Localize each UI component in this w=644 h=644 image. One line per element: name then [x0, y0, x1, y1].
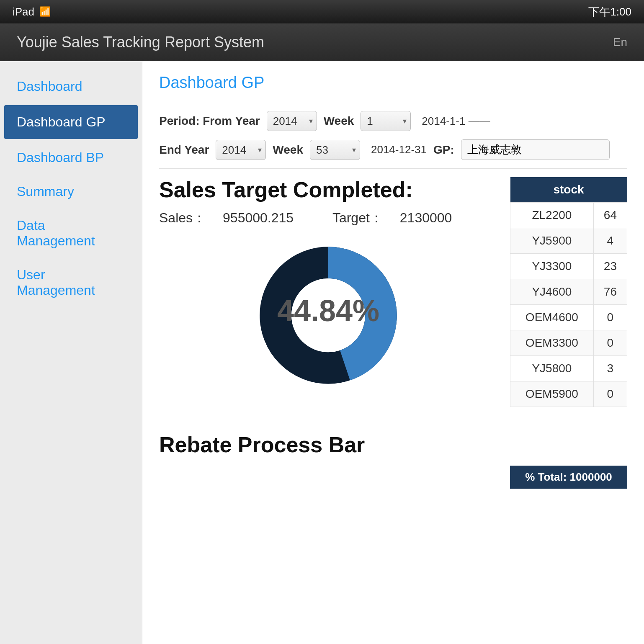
- end-week-label: Week: [273, 143, 303, 157]
- from-week-wrapper: 1 2 3 ▾: [361, 111, 411, 131]
- stock-table: stock ZL220064YJ59004YJ330023YJ460076OEM…: [510, 177, 627, 407]
- sidebar-item-data-management[interactable]: Data Management: [0, 209, 142, 258]
- sidebar-item-dashboard-bp[interactable]: Dashboard BP: [0, 141, 142, 175]
- content-area: Dashboard GP Period: From Year 2014 2013…: [142, 61, 644, 644]
- donut-percentage-text: 44.84%: [277, 294, 379, 327]
- sales-target-title: Sales Target Completed:: [159, 177, 497, 202]
- stock-name: OEM3300: [510, 330, 594, 356]
- stock-value: 3: [593, 356, 627, 381]
- stock-table-row: YJ59004: [510, 228, 627, 254]
- end-year-select[interactable]: 2014 2013 2015: [216, 140, 266, 160]
- stock-name: YJ5800: [510, 356, 594, 381]
- stock-name: OEM4600: [510, 305, 594, 330]
- from-label: Period: From Year: [159, 114, 260, 128]
- sales-label: Sales：: [159, 210, 206, 225]
- sales-section: Sales Target Completed: Sales：955000.215…: [159, 177, 627, 407]
- stock-name: OEM5900: [510, 381, 594, 407]
- period-row-1: Period: From Year 2014 2013 2015 ▾ Week …: [159, 111, 627, 131]
- sales-stats: Sales：955000.215 Target：2130000: [159, 209, 497, 227]
- stock-value: 4: [593, 228, 627, 254]
- stock-name: YJ4600: [510, 279, 594, 305]
- language-toggle[interactable]: En: [613, 36, 627, 49]
- period-row-2: End Year 2014 2013 2015 ▾ Week 53 52 51 …: [159, 139, 627, 160]
- stock-name: YJ3300: [510, 254, 594, 279]
- main-layout: Dashboard Dashboard GP Dashboard BP Summ…: [0, 61, 644, 644]
- device-label: iPad: [13, 5, 34, 18]
- gp-label: GP:: [433, 143, 454, 157]
- divider: [159, 168, 627, 169]
- sales-value: 955000.215: [223, 210, 294, 225]
- donut-chart-container: 44.84%: [159, 240, 497, 391]
- stock-table-row: OEM46000: [510, 305, 627, 330]
- rebate-table: % Total: 1000000: [510, 466, 627, 489]
- stock-value: 0: [593, 330, 627, 356]
- sidebar: Dashboard Dashboard GP Dashboard BP Summ…: [0, 61, 142, 644]
- from-week-label: Week: [324, 114, 354, 128]
- stock-table-row: OEM59000: [510, 381, 627, 407]
- rebate-table-header: % Total: 1000000: [510, 466, 627, 489]
- page-title: Dashboard GP: [159, 74, 627, 98]
- from-year-select[interactable]: 2014 2013 2015: [267, 111, 317, 131]
- stock-table-row: YJ330023: [510, 254, 627, 279]
- target-label: Target：: [332, 210, 383, 225]
- end-year-wrapper: 2014 2013 2015 ▾: [216, 140, 266, 160]
- from-week-select[interactable]: 1 2 3: [361, 111, 411, 131]
- end-year-label: End Year: [159, 143, 209, 157]
- stock-table-header: stock: [510, 177, 627, 203]
- stock-value: 0: [593, 381, 627, 407]
- end-week-wrapper: 53 52 51 ▾: [310, 140, 360, 160]
- sidebar-item-summary[interactable]: Summary: [0, 175, 142, 209]
- gp-input[interactable]: [461, 139, 610, 160]
- from-date-display: 2014-1-1 ——: [422, 115, 490, 128]
- app-header: Youjie Sales Tracking Report System En: [0, 23, 644, 61]
- rebate-title: Rebate Process Bar: [159, 432, 627, 457]
- chart-area: Sales Target Completed: Sales：955000.215…: [159, 177, 497, 407]
- wifi-icon: 📶: [39, 6, 51, 17]
- stock-table-row: OEM33000: [510, 330, 627, 356]
- sidebar-item-dashboard-gp[interactable]: Dashboard GP: [4, 105, 138, 139]
- stock-value: 0: [593, 305, 627, 330]
- stock-table-area: stock ZL220064YJ59004YJ330023YJ460076OEM…: [510, 177, 627, 407]
- sidebar-item-user-management[interactable]: User Management: [0, 258, 142, 307]
- rebate-table-area: % Total: 1000000: [159, 466, 627, 489]
- time-display: 下午1:00: [588, 5, 631, 19]
- rebate-section: Rebate Process Bar % Total: 1000000: [159, 432, 627, 489]
- from-year-wrapper: 2014 2013 2015 ▾: [267, 111, 317, 131]
- stock-value: 64: [593, 203, 627, 228]
- stock-name: ZL2200: [510, 203, 594, 228]
- sidebar-item-dashboard[interactable]: Dashboard: [0, 70, 142, 103]
- status-left: iPad 📶: [13, 5, 51, 18]
- target-value: 2130000: [400, 210, 452, 225]
- end-week-select[interactable]: 53 52 51: [310, 140, 360, 160]
- end-date-display: 2014-12-31: [371, 143, 427, 156]
- stock-value: 76: [593, 279, 627, 305]
- stock-table-row: YJ460076: [510, 279, 627, 305]
- stock-name: YJ5900: [510, 228, 594, 254]
- status-bar: iPad 📶 下午1:00: [0, 0, 644, 23]
- stock-value: 23: [593, 254, 627, 279]
- app-title: Youjie Sales Tracking Report System: [17, 33, 264, 51]
- stock-table-row: YJ58003: [510, 356, 627, 381]
- stock-table-row: ZL220064: [510, 203, 627, 228]
- donut-chart: 44.84%: [253, 240, 404, 391]
